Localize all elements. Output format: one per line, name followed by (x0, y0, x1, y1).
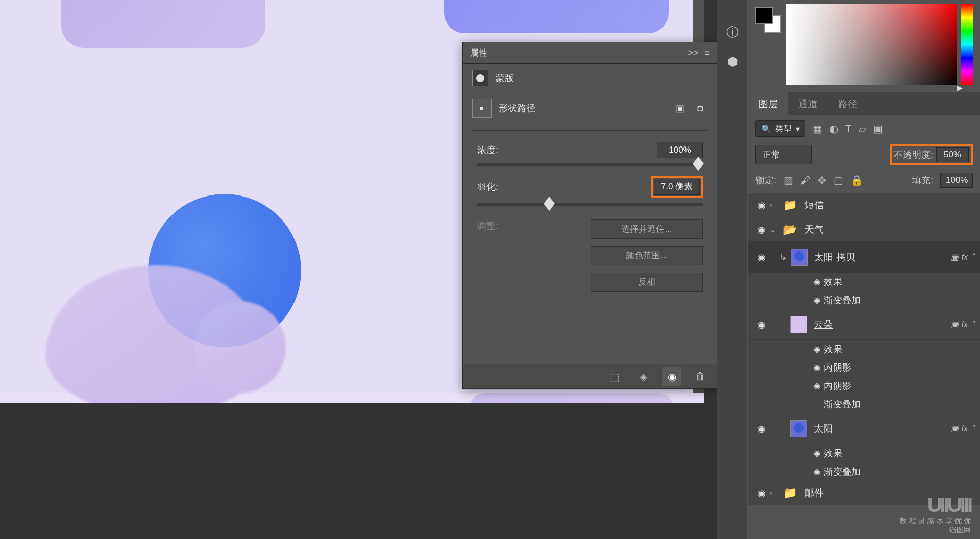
select-and-mask-button[interactable]: 选择并遮住... (591, 219, 703, 239)
layer-thumbnail[interactable] (791, 249, 808, 266)
tab-channels[interactable]: 通道 (788, 92, 828, 115)
layer-effects-header[interactable]: ◉ 效果 (748, 444, 980, 462)
visibility-toggle-icon[interactable]: ◉ (810, 381, 824, 390)
blend-mode-select[interactable]: 正常 (755, 145, 812, 164)
opacity-highlight: 不透明度: 50% (890, 144, 973, 165)
effect-name: 渐变叠加 (824, 398, 861, 410)
visibility-toggle-icon[interactable]: ◉ (810, 467, 824, 476)
opacity-label: 不透明度: (894, 149, 933, 161)
info-panel-icon[interactable]: ⓘ (717, 17, 748, 47)
layer-fx-indicator[interactable]: ▣ fx ˄ (951, 424, 975, 433)
layer-effect-item[interactable]: 渐变叠加 (748, 395, 980, 413)
filter-smart-icon[interactable]: ▣ (873, 122, 883, 135)
layer-group[interactable]: ◉ ⌄ 📂 天气 (748, 217, 980, 242)
visibility-toggle-icon[interactable]: ◉ (810, 363, 824, 372)
color-panel: ▶ (748, 0, 980, 92)
load-selection-icon[interactable]: ⬚ (605, 367, 624, 386)
density-slider[interactable] (477, 163, 703, 166)
opacity-input[interactable]: 50% (936, 147, 969, 162)
feather-value-input[interactable]: 7.0 像素 (654, 179, 700, 195)
layer-fx-indicator[interactable]: ▣ fx ˄ (951, 252, 975, 262)
visibility-toggle-icon[interactable]: ◉ (753, 487, 770, 499)
shape-thumbnail[interactable] (472, 99, 492, 118)
visibility-toggle-icon[interactable]: ◉ (810, 449, 824, 458)
fill-input[interactable]: 100% (940, 173, 973, 188)
layer-effect-item[interactable]: ◉ 渐变叠加 (748, 462, 980, 481)
delete-mask-icon[interactable]: 🗑 (691, 367, 710, 386)
folder-icon: 📁 (781, 484, 798, 502)
artwork-weather-icon (46, 194, 316, 419)
subtract-mask-icon[interactable]: ◘ (693, 101, 708, 116)
color-picker-field[interactable] (786, 4, 957, 85)
feather-slider-row: 羽化: 7.0 像素 (463, 170, 717, 210)
shape-path-label: 形状路径 (499, 102, 535, 114)
3d-panel-icon[interactable]: ⬢ (717, 47, 748, 77)
effect-name: 渐变叠加 (824, 465, 861, 478)
layer-thumbnail[interactable] (790, 420, 807, 437)
chevron-right-icon[interactable]: › (770, 489, 781, 497)
adjust-label: 调整: (477, 219, 554, 299)
toggle-mask-icon[interactable]: ◉ (662, 367, 681, 386)
mask-row: 蒙版 (463, 64, 717, 92)
layer-item[interactable]: ◉ 太阳 ▣ fx ˄ (748, 413, 980, 444)
filter-adjustment-icon[interactable]: ◐ (829, 122, 838, 135)
panel-menu-icon[interactable]: ≡ (704, 47, 710, 58)
filter-type-select[interactable]: 🔍 类型 ▾ (755, 120, 805, 137)
tab-layers[interactable]: 图层 (748, 92, 788, 115)
visibility-toggle-icon[interactable]: ◉ (810, 296, 824, 305)
lock-pixels-icon[interactable]: 🖌 (800, 175, 811, 186)
layer-item[interactable]: ◉ ↳ 太阳 拷贝 ▣ fx ˄ (748, 242, 980, 273)
visibility-toggle-icon[interactable]: ◉ (753, 252, 770, 263)
layer-name[interactable]: 天气 (804, 223, 975, 236)
collapse-icon[interactable]: >> (688, 47, 698, 58)
apply-mask-icon[interactable]: ◈ (633, 367, 653, 386)
layer-effect-item[interactable]: ◉ 内阴影 (748, 358, 980, 377)
hue-slider[interactable] (961, 4, 973, 85)
filter-pixel-icon[interactable]: ▦ (813, 122, 822, 135)
color-range-button[interactable]: 颜色范围... (591, 246, 703, 265)
tab-paths[interactable]: 路径 (828, 92, 868, 115)
effect-name: 效果 (824, 343, 842, 355)
invert-button[interactable]: 反相 (591, 273, 703, 292)
effect-name: 渐变叠加 (824, 294, 861, 306)
layer-fx-indicator[interactable]: ▣ fx ˄ (951, 320, 975, 329)
layer-effects-header[interactable]: ◉ 效果 (748, 273, 980, 291)
chevron-right-icon[interactable]: › (770, 201, 781, 209)
layer-name[interactable]: 太阳 拷贝 (814, 251, 951, 264)
visibility-toggle-icon[interactable]: ◉ (753, 423, 770, 434)
layer-item[interactable]: ◉ 云朵 ▣ fx ˄ (748, 309, 980, 340)
lock-position-icon[interactable]: ✥ (818, 174, 826, 186)
lock-all-icon[interactable]: 🔒 (850, 174, 863, 186)
visibility-toggle-icon[interactable]: ◉ (753, 200, 770, 211)
visibility-toggle-icon[interactable]: ◉ (753, 319, 770, 330)
smart-object-icon: ▣ (951, 424, 959, 433)
foreground-color-swatch[interactable] (755, 7, 773, 24)
filter-type-icon[interactable]: T (845, 123, 851, 135)
layer-effect-item[interactable]: ◉ 渐变叠加 (748, 291, 980, 309)
add-mask-icon[interactable]: ▣ (672, 101, 688, 116)
layer-thumbnail[interactable] (790, 316, 807, 333)
effect-name: 效果 (824, 447, 842, 459)
layer-name[interactable]: 云朵 (814, 318, 951, 331)
visibility-toggle-icon[interactable]: ◉ (810, 277, 824, 286)
visibility-toggle-icon[interactable]: ◉ (753, 224, 770, 235)
feather-slider-thumb[interactable] (544, 196, 555, 211)
layer-effects-header[interactable]: ◉ 效果 (748, 340, 980, 358)
density-value-input[interactable]: 100% (657, 142, 703, 158)
divider (472, 130, 708, 131)
density-slider-thumb[interactable] (693, 156, 704, 171)
feather-slider[interactable] (477, 203, 703, 206)
filter-shape-icon[interactable]: ▱ (859, 122, 866, 135)
lock-artboard-icon[interactable]: ▢ (834, 174, 843, 186)
layer-name[interactable]: 太阳 (814, 422, 951, 435)
layer-list: ◉ › 📁 短信 ◉ ⌄ 📂 天气 ◉ ↳ 太阳 拷贝 ▣ fx ˄ ◉ 效果 … (748, 193, 980, 505)
density-label: 浓度: (477, 144, 498, 156)
layer-effect-item[interactable]: ◉ 内阴影 (748, 377, 980, 395)
layer-group[interactable]: ◉ › 📁 短信 (748, 193, 980, 217)
chevron-down-icon[interactable]: ⌄ (770, 226, 781, 234)
visibility-toggle-icon[interactable]: ◉ (810, 345, 824, 354)
layers-lock-row: 锁定: ▨ 🖌 ✥ ▢ 🔒 填充: 100% (748, 167, 980, 193)
layer-name[interactable]: 短信 (804, 199, 975, 212)
lock-transparency-icon[interactable]: ▨ (783, 174, 793, 186)
layers-filter-bar: 🔍 类型 ▾ ▦ ◐ T ▱ ▣ (748, 115, 980, 142)
